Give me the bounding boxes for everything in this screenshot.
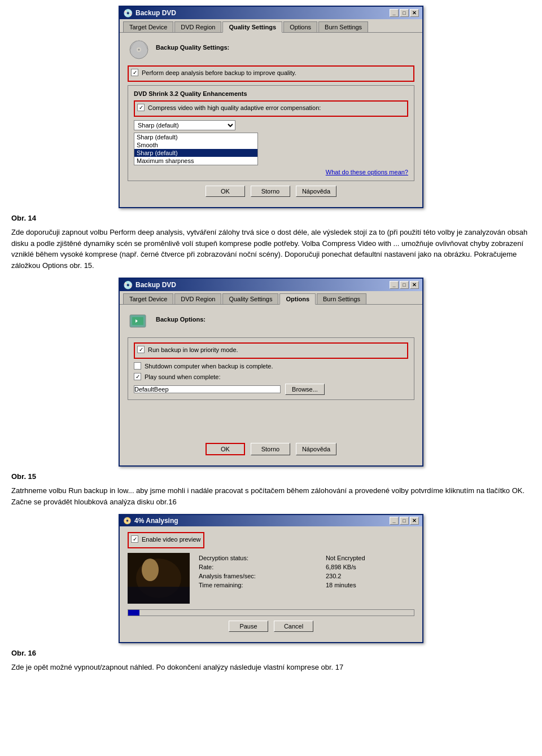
compress-video-group: ✓ Compress video with high quality adapt… xyxy=(134,100,408,117)
caption2: Obr. 15 xyxy=(11,472,531,481)
maximize-button3[interactable]: □ xyxy=(400,517,409,525)
tab2-burn-settings[interactable]: Burn Settings xyxy=(317,293,366,304)
what-options-link[interactable]: What do these options mean? xyxy=(326,169,408,175)
sound-row: Browse... xyxy=(134,384,408,395)
progress-bar-wrap xyxy=(128,609,414,616)
run-backup-label: Run backup in low priority mode. xyxy=(148,346,238,353)
play-sound-row: ✓ Play sound when complete: xyxy=(134,373,408,380)
option-max-smoothness[interactable]: Sharp (default) xyxy=(134,133,257,141)
decryption-row: Decryption status: Not Encrypted xyxy=(196,554,413,562)
shutdown-row: Shutdown computer when backup is complet… xyxy=(134,362,408,370)
dialog1-dvd-logo xyxy=(128,38,150,61)
browse-button[interactable]: Browse... xyxy=(285,384,325,395)
rate-label: Rate: xyxy=(196,563,322,571)
body-text-2: Zatrhneme volbu Run backup in low... aby… xyxy=(11,485,531,507)
enable-preview-row: ✓ Enable video preview xyxy=(131,535,201,543)
dvd-icon2: 💿 xyxy=(123,280,133,289)
dialog1-buttons: OK Storno Nápověda xyxy=(128,186,414,201)
dialog-analysing: 📀 4% Analysing _ □ ✕ ✓ Enable video prev… xyxy=(119,514,423,643)
close-button[interactable]: ✕ xyxy=(410,9,419,17)
dialog2-tabs: Target Device DVD Region Quality Setting… xyxy=(120,291,422,305)
backup-options-group: ✓ Run backup in low priority mode. Shutd… xyxy=(128,337,414,400)
perform-deep-label: Perform deep analysis before backup to i… xyxy=(142,69,296,76)
run-backup-group: ✓ Run backup in low priority mode. xyxy=(134,342,408,359)
dialog2-titlebar: 💿 Backup DVD _ □ ✕ xyxy=(120,279,422,291)
tab-target-device[interactable]: Target Device xyxy=(123,21,173,32)
time-label: Time remaining: xyxy=(196,581,322,589)
storno-button[interactable]: Storno xyxy=(251,186,290,197)
maximize-button2[interactable]: □ xyxy=(400,281,409,289)
decryption-label: Decryption status: xyxy=(196,554,322,562)
pause-button[interactable]: Pause xyxy=(229,621,268,632)
dialog-quality-settings: 💿 Backup DVD _ □ ✕ Target Device DVD Reg… xyxy=(119,6,423,208)
video-frame xyxy=(128,553,190,604)
napoveda-button2[interactable]: Nápověda xyxy=(296,443,336,455)
close-button2[interactable]: ✕ xyxy=(410,281,419,289)
time-value: 18 minutes xyxy=(324,581,413,589)
decryption-value: Not Encrypted xyxy=(324,554,413,562)
video-info-row: Decryption status: Not Encrypted Rate: 6… xyxy=(128,553,414,604)
dialog2-dvd-logo xyxy=(128,310,150,333)
shutdown-label: Shutdown computer when backup is complet… xyxy=(145,363,273,370)
dialog3-buttons: Pause Cancel xyxy=(128,621,414,636)
tab-burn-settings[interactable]: Burn Settings xyxy=(318,21,368,32)
dialog2-backup-options-label: Backup Options: xyxy=(156,316,206,323)
tab2-dvd-region[interactable]: DVD Region xyxy=(174,293,221,304)
dialog3-titlebar: 📀 4% Analysing _ □ ✕ xyxy=(120,515,422,526)
analysing-icon: 📀 xyxy=(123,517,132,525)
compress-video-checkbox[interactable]: ✓ xyxy=(137,104,145,111)
play-sound-checkbox[interactable]: ✓ xyxy=(134,373,141,380)
option-smooth[interactable]: Smooth xyxy=(134,141,257,149)
shutdown-checkbox[interactable] xyxy=(134,362,141,370)
options-list: Sharp (default) Smooth Sharp (default) M… xyxy=(134,133,258,165)
progress-bar-fill xyxy=(128,610,139,616)
analysis-label: Analysis frames/sec: xyxy=(196,572,322,580)
cancel-button[interactable]: Cancel xyxy=(274,621,313,632)
dvd-shrink-title: DVD Shrink 3.2 Quality Enhancements xyxy=(134,90,408,97)
time-row: Time remaining: 18 minutes xyxy=(196,581,413,589)
option-max-sharpness[interactable]: Maximum sharpness xyxy=(134,157,257,165)
enable-preview-label: Enable video preview xyxy=(142,536,201,543)
sound-input[interactable] xyxy=(134,385,281,393)
storno-button2[interactable]: Storno xyxy=(251,443,290,455)
dvd-shrink-group: DVD Shrink 3.2 Quality Enhancements ✓ Co… xyxy=(128,85,414,181)
dialog1-titlebar: 💿 Backup DVD _ □ ✕ xyxy=(120,7,422,19)
ok-button[interactable]: OK xyxy=(206,186,245,197)
spacer xyxy=(128,405,414,438)
minimize-button[interactable]: _ xyxy=(390,9,399,17)
tab-options[interactable]: Options xyxy=(283,21,317,32)
napoveda-button[interactable]: Nápověda xyxy=(296,186,336,197)
caption3: Obr. 16 xyxy=(11,649,531,657)
enable-preview-group: ✓ Enable video preview xyxy=(128,532,204,548)
maximize-button[interactable]: □ xyxy=(400,9,409,17)
perform-deep-analysis-group: ✓ Perform deep analysis before backup to… xyxy=(128,65,414,82)
ok-button2[interactable]: OK xyxy=(206,443,245,455)
dialog2-buttons: OK Storno Nápověda xyxy=(128,443,414,460)
tab2-target-device[interactable]: Target Device xyxy=(123,293,173,304)
dvd-icon: 💿 xyxy=(123,8,133,17)
svg-point-3 xyxy=(138,49,140,51)
quality-dropdown[interactable]: Sharp (default) xyxy=(134,120,235,130)
tab2-options[interactable]: Options xyxy=(279,293,316,305)
minimize-button2[interactable]: _ xyxy=(390,281,399,289)
tab-dvd-region[interactable]: DVD Region xyxy=(174,21,221,32)
link-wrap: What do these options mean? xyxy=(134,168,408,176)
run-backup-checkbox[interactable]: ✓ xyxy=(137,346,145,353)
play-sound-label: Play sound when complete: xyxy=(145,373,221,380)
tab2-quality-settings[interactable]: Quality Settings xyxy=(222,293,278,304)
dialog1-content: Backup Quality Settings: ✓ Perform deep … xyxy=(120,33,422,207)
svg-point-9 xyxy=(142,559,159,581)
body-text-3: Zde je opět možné vypnout/zapnout náhled… xyxy=(11,662,531,673)
minimize-button3[interactable]: _ xyxy=(390,517,399,525)
close-button3[interactable]: ✕ xyxy=(410,517,419,525)
perform-deep-checkbox[interactable]: ✓ xyxy=(131,69,138,76)
dropdown-wrap: Sharp (default) xyxy=(134,120,408,130)
rate-value: 6,898 KB/s xyxy=(324,563,413,571)
rate-row: Rate: 6,898 KB/s xyxy=(196,563,413,571)
perform-deep-analysis-row: ✓ Perform deep analysis before backup to… xyxy=(131,69,411,76)
svg-rect-10 xyxy=(128,587,190,604)
enable-preview-checkbox[interactable]: ✓ xyxy=(131,535,138,543)
analysis-value: 230.2 xyxy=(324,572,413,580)
option-sharp-selected[interactable]: Sharp (default) xyxy=(134,149,257,157)
tab-quality-settings[interactable]: Quality Settings xyxy=(222,21,282,33)
